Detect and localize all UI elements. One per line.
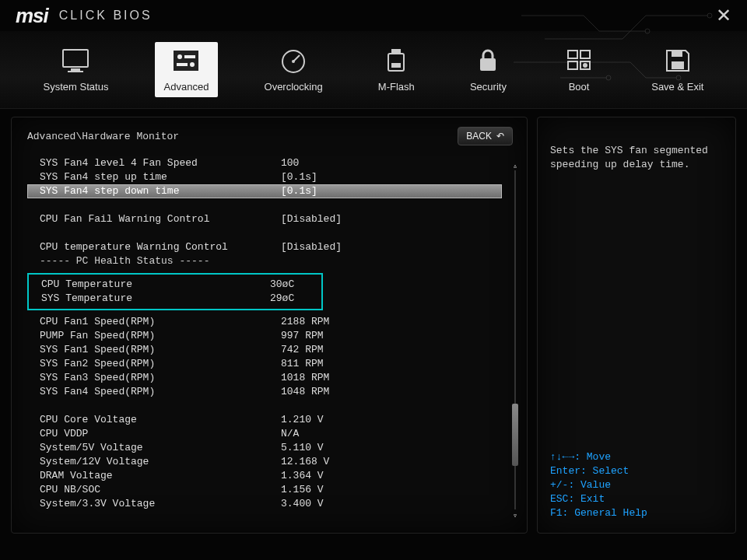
svg-rect-6 bbox=[68, 71, 83, 72]
settings-list: SYS Fan4 level 4 Fan Speed 100 SYS Fan4 … bbox=[27, 156, 524, 523]
svg-rect-5 bbox=[71, 68, 80, 71]
readout-row: DRAM Voltage 1.364 V bbox=[27, 469, 502, 483]
help-description: Sets the SYS fan segmented speeding up d… bbox=[550, 144, 723, 172]
logo-area: msi CLICK BIOS bbox=[16, 4, 153, 28]
readout-row: PUMP Fan Speed(RPM) 997 RPM bbox=[27, 329, 502, 343]
section-divider: ----- PC Health Status ----- bbox=[27, 254, 502, 268]
readout-row: System/12V Voltage 12.168 V bbox=[27, 455, 502, 469]
nav-security[interactable]: Security bbox=[461, 42, 516, 97]
nav-label: System Status bbox=[44, 81, 109, 93]
nav-label: Overclocking bbox=[265, 81, 323, 93]
boot-grid-icon bbox=[562, 47, 596, 75]
back-arrow-icon: ↶ bbox=[496, 131, 504, 142]
readout-row: CPU VDDP N/A bbox=[27, 427, 502, 441]
readout-row: SYS Fan1 Speed(RPM) 742 RPM bbox=[27, 343, 502, 357]
svg-rect-19 bbox=[568, 51, 577, 58]
floppy-icon bbox=[661, 47, 695, 75]
svg-rect-24 bbox=[672, 51, 682, 57]
readout-row: SYS Fan3 Speed(RPM) 1018 RPM bbox=[27, 371, 502, 385]
svg-point-10 bbox=[190, 62, 195, 67]
readout-row: SYS Fan2 Speed(RPM) 811 RPM bbox=[27, 357, 502, 371]
help-panel: Sets the SYS fan segmented speeding up d… bbox=[537, 117, 736, 534]
setting-row[interactable]: CPU temperature Warning Control [Disable… bbox=[27, 240, 502, 254]
svg-point-8 bbox=[177, 54, 182, 59]
nav-overclocking[interactable]: Overclocking bbox=[255, 42, 332, 97]
back-label: BACK bbox=[466, 131, 492, 142]
setting-row[interactable]: SYS Fan4 level 4 Fan Speed 100 bbox=[27, 156, 502, 170]
nav-system-status[interactable]: System Status bbox=[34, 42, 118, 97]
nav-advanced[interactable]: Advanced bbox=[155, 42, 219, 97]
top-nav: System Status Advanced Overclocking M-Fl… bbox=[0, 31, 747, 109]
scroll-down-icon[interactable]: ▿ bbox=[513, 509, 517, 520]
settings-panel: Advanced\Hardware Monitor BACK ↶ SYS Fan… bbox=[11, 117, 528, 534]
svg-rect-20 bbox=[580, 51, 590, 58]
readout-row: CPU NB/SOC 1.156 V bbox=[27, 483, 502, 497]
readout-row: System/3.3V Voltage 3.400 V bbox=[27, 497, 502, 511]
monitor-icon bbox=[58, 47, 93, 75]
svg-rect-7 bbox=[174, 51, 198, 71]
breadcrumb: Advanced\Hardware Monitor bbox=[27, 131, 179, 142]
scroll-up-icon[interactable]: ▵ bbox=[513, 159, 517, 170]
svg-rect-25 bbox=[672, 61, 684, 69]
hint-help: F1: General Help bbox=[550, 506, 723, 520]
nav-label: M-Flash bbox=[378, 81, 415, 93]
usb-drive-icon bbox=[379, 47, 413, 75]
sliders-icon bbox=[169, 47, 203, 75]
hint-move: ↑↓←→: Move bbox=[550, 450, 723, 464]
svg-point-14 bbox=[292, 60, 295, 63]
setting-row[interactable]: CPU Fan Fail Warning Control [Disabled] bbox=[27, 212, 502, 226]
key-hints: ↑↓←→: Move Enter: Select +/-: Value ESC:… bbox=[550, 450, 723, 520]
product-name: CLICK BIOS bbox=[59, 9, 153, 23]
nav-boot[interactable]: Boot bbox=[552, 42, 605, 97]
back-button[interactable]: BACK ↶ bbox=[458, 127, 513, 145]
scroll-rail[interactable] bbox=[514, 170, 516, 509]
svg-rect-16 bbox=[388, 54, 404, 71]
readout-row: CPU Temperature 30øC bbox=[29, 278, 321, 292]
svg-rect-9 bbox=[184, 55, 195, 58]
readout-row: SYS Temperature 29øC bbox=[29, 292, 321, 306]
svg-point-23 bbox=[583, 63, 587, 68]
readout-row: CPU Fan1 Speed(RPM) 2188 RPM bbox=[27, 315, 502, 329]
svg-rect-11 bbox=[177, 63, 188, 66]
nav-label: Security bbox=[470, 81, 507, 93]
nav-label: Boot bbox=[569, 81, 590, 93]
nav-save-exit[interactable]: Save & Exit bbox=[642, 42, 713, 97]
gauge-icon bbox=[276, 47, 310, 75]
setting-row[interactable]: SYS Fan4 step up time [0.1s] bbox=[27, 170, 502, 184]
svg-rect-17 bbox=[391, 63, 401, 68]
msi-logo: msi bbox=[16, 4, 48, 28]
scroll-thumb[interactable] bbox=[512, 404, 518, 466]
svg-rect-21 bbox=[568, 61, 577, 69]
close-icon[interactable]: ✕ bbox=[716, 5, 731, 26]
svg-rect-4 bbox=[63, 50, 88, 67]
hint-value: +/-: Value bbox=[550, 478, 723, 492]
readout-row: System/5V Voltage 5.110 V bbox=[27, 441, 502, 455]
temperature-highlight-box: CPU Temperature 30øC SYS Temperature 29ø… bbox=[27, 273, 323, 310]
hint-exit: ESC: Exit bbox=[550, 492, 723, 506]
title-bar: msi CLICK BIOS ✕ bbox=[0, 0, 747, 31]
svg-rect-18 bbox=[480, 58, 496, 71]
scrollbar[interactable]: ▵ ▿ bbox=[511, 159, 519, 520]
nav-mflash[interactable]: M-Flash bbox=[369, 42, 424, 97]
nav-label: Save & Exit bbox=[651, 81, 703, 93]
readout-row: SYS Fan4 Speed(RPM) 1048 RPM bbox=[27, 385, 502, 399]
readout-row: CPU Core Voltage 1.210 V bbox=[27, 413, 502, 427]
hint-select: Enter: Select bbox=[550, 464, 723, 478]
setting-row-selected[interactable]: SYS Fan4 step down time [0.1s] bbox=[27, 184, 502, 198]
nav-label: Advanced bbox=[164, 81, 209, 93]
lock-icon bbox=[471, 47, 505, 75]
